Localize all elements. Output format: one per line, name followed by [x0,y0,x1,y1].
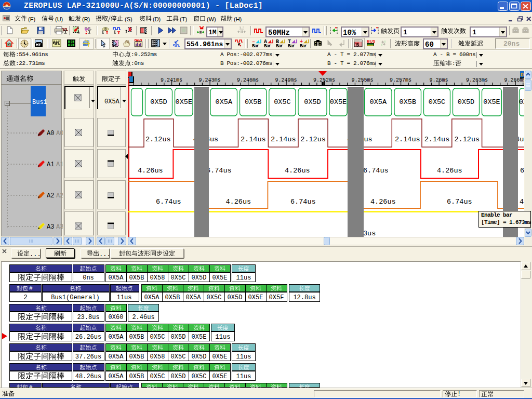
svg-text:BUS: BUS [367,39,375,44]
